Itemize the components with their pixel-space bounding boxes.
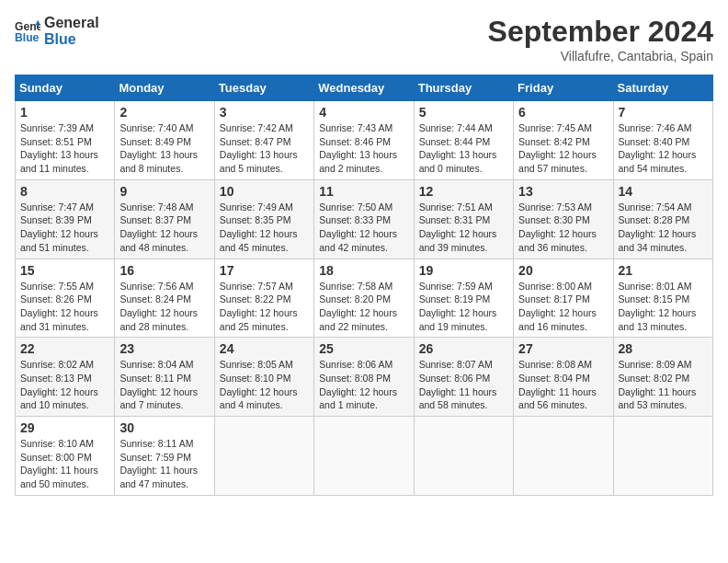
col-header-thursday: Thursday — [414, 75, 513, 101]
day-details: Sunrise: 7:53 AMSunset: 8:30 PMDaylight:… — [518, 201, 608, 255]
day-details: Sunrise: 7:45 AMSunset: 8:42 PMDaylight:… — [518, 121, 608, 176]
calendar-cell — [613, 417, 712, 496]
calendar-cell: 20Sunrise: 8:00 AMSunset: 8:17 PMDayligh… — [514, 259, 613, 338]
day-details: Sunrise: 8:06 AMSunset: 8:08 PMDaylight:… — [319, 358, 408, 412]
calendar-cell: 28Sunrise: 8:09 AMSunset: 8:02 PMDayligh… — [613, 338, 712, 417]
day-details: Sunrise: 7:59 AMSunset: 8:19 PMDaylight:… — [419, 280, 508, 334]
calendar-cell: 27Sunrise: 8:08 AMSunset: 8:04 PMDayligh… — [514, 338, 613, 417]
day-number: 15 — [20, 263, 109, 278]
day-details: Sunrise: 8:10 AMSunset: 8:00 PMDaylight:… — [20, 437, 109, 491]
day-number: 21 — [619, 263, 708, 278]
day-details: Sunrise: 8:04 AMSunset: 8:11 PMDaylight:… — [119, 358, 209, 412]
day-details: Sunrise: 7:54 AMSunset: 8:28 PMDaylight:… — [619, 201, 708, 255]
day-number: 28 — [619, 341, 708, 356]
day-number: 11 — [319, 184, 408, 199]
day-number: 19 — [419, 263, 508, 278]
calendar-cell: 8Sunrise: 7:47 AMSunset: 8:39 PMDaylight… — [16, 179, 115, 259]
day-details: Sunrise: 7:56 AMSunset: 8:24 PMDaylight:… — [119, 280, 209, 334]
calendar-cell: 5Sunrise: 7:44 AMSunset: 8:44 PMDaylight… — [414, 101, 513, 180]
svg-text:Blue: Blue — [15, 31, 40, 44]
calendar-cell: 4Sunrise: 7:43 AMSunset: 8:46 PMDaylight… — [314, 101, 414, 180]
day-details: Sunrise: 7:51 AMSunset: 8:31 PMDaylight:… — [419, 201, 508, 255]
calendar-cell: 24Sunrise: 8:05 AMSunset: 8:10 PMDayligh… — [214, 338, 313, 417]
day-details: Sunrise: 7:58 AMSunset: 8:20 PMDaylight:… — [319, 280, 408, 334]
week-row-2: 8Sunrise: 7:47 AMSunset: 8:39 PMDaylight… — [16, 179, 713, 259]
calendar-cell: 15Sunrise: 7:55 AMSunset: 8:26 PMDayligh… — [16, 259, 115, 338]
day-details: Sunrise: 8:01 AMSunset: 8:15 PMDaylight:… — [619, 280, 708, 334]
col-header-saturday: Saturday — [613, 75, 712, 101]
day-number: 1 — [20, 105, 109, 120]
day-details: Sunrise: 7:48 AMSunset: 8:37 PMDaylight:… — [119, 201, 209, 255]
calendar-cell: 1Sunrise: 7:39 AMSunset: 8:51 PMDaylight… — [16, 101, 115, 180]
col-header-sunday: Sunday — [16, 75, 115, 101]
calendar-cell: 12Sunrise: 7:51 AMSunset: 8:31 PMDayligh… — [414, 179, 513, 259]
day-number: 8 — [20, 184, 109, 199]
day-number: 17 — [220, 263, 309, 278]
col-header-tuesday: Tuesday — [214, 75, 313, 101]
day-number: 18 — [319, 263, 408, 278]
day-number: 20 — [518, 263, 608, 278]
day-number: 6 — [518, 105, 608, 120]
day-number: 7 — [619, 105, 708, 120]
calendar-cell: 21Sunrise: 8:01 AMSunset: 8:15 PMDayligh… — [613, 259, 712, 338]
calendar-cell: 2Sunrise: 7:40 AMSunset: 8:49 PMDaylight… — [115, 101, 214, 180]
day-details: Sunrise: 8:08 AMSunset: 8:04 PMDaylight:… — [518, 358, 608, 412]
day-number: 12 — [419, 184, 508, 199]
day-details: Sunrise: 7:44 AMSunset: 8:44 PMDaylight:… — [419, 121, 508, 176]
day-details: Sunrise: 7:49 AMSunset: 8:35 PMDaylight:… — [220, 201, 309, 255]
day-details: Sunrise: 7:43 AMSunset: 8:46 PMDaylight:… — [319, 121, 408, 176]
day-number: 26 — [419, 341, 508, 356]
day-number: 14 — [619, 184, 708, 199]
logo-line2: Blue — [44, 31, 99, 48]
calendar-cell: 9Sunrise: 7:48 AMSunset: 8:37 PMDaylight… — [115, 179, 214, 259]
day-details: Sunrise: 8:07 AMSunset: 8:06 PMDaylight:… — [419, 358, 508, 412]
day-number: 29 — [20, 420, 109, 435]
col-header-friday: Friday — [514, 75, 613, 101]
day-number: 10 — [220, 184, 309, 199]
day-number: 24 — [220, 341, 309, 356]
col-header-wednesday: Wednesday — [314, 75, 414, 101]
logo: General Blue General Blue — [15, 15, 99, 47]
day-details: Sunrise: 7:42 AMSunset: 8:47 PMDaylight:… — [220, 121, 309, 176]
day-details: Sunrise: 8:11 AMSunset: 7:59 PMDaylight:… — [119, 437, 209, 491]
day-details: Sunrise: 7:57 AMSunset: 8:22 PMDaylight:… — [220, 280, 309, 334]
calendar-cell: 16Sunrise: 7:56 AMSunset: 8:24 PMDayligh… — [115, 259, 214, 338]
calendar-cell: 22Sunrise: 8:02 AMSunset: 8:13 PMDayligh… — [16, 338, 115, 417]
calendar-cell: 3Sunrise: 7:42 AMSunset: 8:47 PMDaylight… — [214, 101, 313, 180]
month-title: September 2024 — [488, 15, 713, 49]
day-number: 2 — [119, 105, 209, 120]
logo-line1: General — [44, 15, 99, 31]
day-details: Sunrise: 7:40 AMSunset: 8:49 PMDaylight:… — [119, 121, 209, 176]
title-area: September 2024 Villafufre, Cantabria, Sp… — [488, 15, 713, 63]
calendar-cell — [414, 417, 513, 496]
calendar-cell: 11Sunrise: 7:50 AMSunset: 8:33 PMDayligh… — [314, 179, 414, 259]
calendar-cell: 30Sunrise: 8:11 AMSunset: 7:59 PMDayligh… — [115, 417, 214, 496]
week-row-5: 29Sunrise: 8:10 AMSunset: 8:00 PMDayligh… — [16, 417, 713, 496]
day-number: 13 — [518, 184, 608, 199]
calendar-cell — [314, 417, 414, 496]
week-row-1: 1Sunrise: 7:39 AMSunset: 8:51 PMDaylight… — [16, 101, 713, 180]
week-row-4: 22Sunrise: 8:02 AMSunset: 8:13 PMDayligh… — [16, 338, 713, 417]
calendar-cell — [514, 417, 613, 496]
day-number: 4 — [319, 105, 408, 120]
day-details: Sunrise: 7:47 AMSunset: 8:39 PMDaylight:… — [20, 201, 109, 255]
day-number: 25 — [319, 341, 408, 356]
day-details: Sunrise: 7:39 AMSunset: 8:51 PMDaylight:… — [20, 121, 109, 176]
day-number: 27 — [518, 341, 608, 356]
day-details: Sunrise: 7:50 AMSunset: 8:33 PMDaylight:… — [319, 201, 408, 255]
day-number: 23 — [119, 341, 209, 356]
location-subtitle: Villafufre, Cantabria, Spain — [488, 49, 713, 63]
header: General Blue General Blue September 2024… — [15, 15, 713, 63]
day-number: 30 — [119, 420, 209, 435]
day-number: 5 — [419, 105, 508, 120]
week-row-3: 15Sunrise: 7:55 AMSunset: 8:26 PMDayligh… — [16, 259, 713, 338]
day-details: Sunrise: 7:55 AMSunset: 8:26 PMDaylight:… — [20, 280, 109, 334]
day-details: Sunrise: 8:02 AMSunset: 8:13 PMDaylight:… — [20, 358, 109, 412]
calendar-cell: 7Sunrise: 7:46 AMSunset: 8:40 PMDaylight… — [613, 101, 712, 180]
day-details: Sunrise: 8:05 AMSunset: 8:10 PMDaylight:… — [220, 358, 309, 412]
calendar-cell: 19Sunrise: 7:59 AMSunset: 8:19 PMDayligh… — [414, 259, 513, 338]
day-number: 3 — [220, 105, 309, 120]
calendar-cell: 14Sunrise: 7:54 AMSunset: 8:28 PMDayligh… — [613, 179, 712, 259]
calendar-cell: 10Sunrise: 7:49 AMSunset: 8:35 PMDayligh… — [214, 179, 313, 259]
calendar-cell — [214, 417, 313, 496]
